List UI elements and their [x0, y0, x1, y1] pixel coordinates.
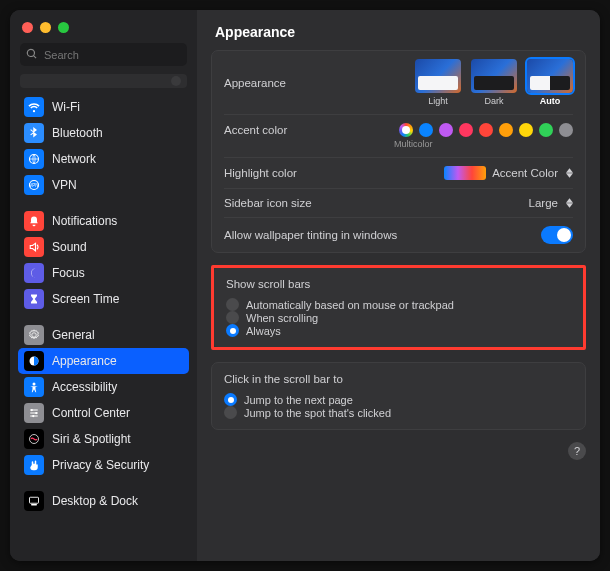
- sidebar-item-screen-time[interactable]: Screen Time: [18, 286, 189, 312]
- sidebar-item-partial[interactable]: [20, 74, 187, 88]
- highlight-select[interactable]: Accent Color: [444, 166, 573, 180]
- accent-label: Accent color: [224, 124, 287, 136]
- wifi-icon: [24, 97, 44, 117]
- radio-label: Automatically based on mouse or trackpad: [246, 299, 454, 311]
- accent-multicolor[interactable]: [399, 123, 413, 137]
- hourglass-icon: [24, 289, 44, 309]
- sidebar-item-label: Desktop & Dock: [52, 494, 138, 508]
- content-scroll[interactable]: Appearance LightDarkAuto Accent color Mu…: [197, 50, 600, 561]
- svg-rect-9: [30, 497, 39, 503]
- appearance-thumb: [415, 59, 461, 93]
- close-button[interactable]: [22, 22, 33, 33]
- radio-icon: [226, 324, 239, 337]
- row-highlight: Highlight color Accent Color: [224, 158, 573, 189]
- highlight-label: Highlight color: [224, 167, 297, 179]
- search-wrap: [20, 43, 187, 66]
- sidebar-item-vpn[interactable]: VPNVPN: [18, 172, 189, 198]
- sidebar-item-notifications[interactable]: Notifications: [18, 208, 189, 234]
- tinting-toggle[interactable]: [541, 226, 573, 244]
- sidebar-item-label: Siri & Spotlight: [52, 432, 131, 446]
- gear-icon: [24, 325, 44, 345]
- vpn-icon: VPN: [24, 175, 44, 195]
- sidebar-item-label: VPN: [52, 178, 77, 192]
- sidebar-item-bluetooth[interactable]: Bluetooth: [18, 120, 189, 146]
- svg-point-4: [33, 383, 36, 386]
- appearance-option-auto[interactable]: Auto: [527, 59, 573, 106]
- appearance-thumb: [527, 59, 573, 93]
- stepper-icon: [566, 198, 573, 208]
- accent-blue[interactable]: [419, 123, 433, 137]
- accent-pink[interactable]: [459, 123, 473, 137]
- radio-label: When scrolling: [246, 312, 318, 324]
- sidebar-item-label: Wi-Fi: [52, 100, 80, 114]
- sidebar-list[interactable]: Wi-FiBluetoothNetworkVPNVPNNotifications…: [10, 72, 197, 561]
- scrollclick-option[interactable]: Jump to the next page: [224, 393, 573, 406]
- scrollbars-option[interactable]: Always: [226, 324, 571, 337]
- sidebar-item-general[interactable]: General: [18, 322, 189, 348]
- moon-icon: [24, 263, 44, 283]
- appearance-thumb: [471, 59, 517, 93]
- radio-icon: [226, 298, 239, 311]
- svg-rect-10: [31, 504, 37, 506]
- stepper-icon: [566, 168, 573, 178]
- sidebar-item-siri-spotlight[interactable]: Siri & Spotlight: [18, 426, 189, 452]
- appearance-panel: Appearance LightDarkAuto Accent color Mu…: [211, 50, 586, 253]
- sidebar-item-label: Accessibility: [52, 380, 117, 394]
- sidebar-item-wi-fi[interactable]: Wi-Fi: [18, 94, 189, 120]
- settings-window: Wi-FiBluetoothNetworkVPNVPNNotifications…: [10, 10, 600, 561]
- sidebar-item-label: Privacy & Security: [52, 458, 149, 472]
- appearance-option-dark[interactable]: Dark: [471, 59, 517, 106]
- scrollbars-label: Show scroll bars: [226, 278, 571, 290]
- sidebar-item-label: Screen Time: [52, 292, 119, 306]
- help-row: ?: [211, 442, 586, 460]
- sidebar-item-desktop-dock[interactable]: Desktop & Dock: [18, 488, 189, 514]
- bell-icon: [24, 211, 44, 231]
- siri-icon: [24, 429, 44, 449]
- sidebar-item-label: Bluetooth: [52, 126, 103, 140]
- scrollbars-group: Show scroll bars Automatically based on …: [226, 268, 571, 347]
- sidebar-item-sound[interactable]: Sound: [18, 234, 189, 260]
- appearance-option-light[interactable]: Light: [415, 59, 461, 106]
- scrollclick-option[interactable]: Jump to the spot that's clicked: [224, 406, 573, 419]
- access-icon: [24, 377, 44, 397]
- accent-red[interactable]: [479, 123, 493, 137]
- sidebar-item-accessibility[interactable]: Accessibility: [18, 374, 189, 400]
- svg-text:VPN: VPN: [29, 183, 38, 188]
- sidebar-item-appearance[interactable]: Appearance: [18, 348, 189, 374]
- scrollbars-option[interactable]: Automatically based on mouse or trackpad: [226, 298, 571, 311]
- sidebar-item-label: Notifications: [52, 214, 117, 228]
- help-button[interactable]: ?: [568, 442, 586, 460]
- sidebar-item-network[interactable]: Network: [18, 146, 189, 172]
- sidebar-item-label: Focus: [52, 266, 85, 280]
- minimize-button[interactable]: [40, 22, 51, 33]
- maximize-button[interactable]: [58, 22, 69, 33]
- accent-graphite[interactable]: [559, 123, 573, 137]
- accent-purple[interactable]: [439, 123, 453, 137]
- row-appearance: Appearance LightDarkAuto: [224, 51, 573, 115]
- appearance-label: Appearance: [224, 77, 286, 89]
- accent-orange[interactable]: [499, 123, 513, 137]
- multicolor-label: Multicolor: [224, 139, 433, 149]
- scrollclick-panel: Click in the scroll bar to Jump to the n…: [211, 362, 586, 430]
- dock-icon: [24, 491, 44, 511]
- highlight-value: Accent Color: [492, 167, 558, 179]
- sidebar-item-focus[interactable]: Focus: [18, 260, 189, 286]
- search-input[interactable]: [20, 43, 187, 66]
- sliders-icon: [24, 403, 44, 423]
- sidebar-item-control-center[interactable]: Control Center: [18, 400, 189, 426]
- sidebar-item-label: Network: [52, 152, 96, 166]
- sidebar-item-label: Control Center: [52, 406, 130, 420]
- sidebar-size-select[interactable]: Large: [529, 197, 573, 209]
- radio-icon: [224, 406, 237, 419]
- svg-point-5: [31, 409, 33, 411]
- accent-yellow[interactable]: [519, 123, 533, 137]
- scrollbars-option[interactable]: When scrolling: [226, 311, 571, 324]
- radio-label: Jump to the next page: [244, 394, 353, 406]
- radio-label: Jump to the spot that's clicked: [244, 407, 391, 419]
- accent-green[interactable]: [539, 123, 553, 137]
- sidebar-item-label: Appearance: [52, 354, 117, 368]
- search-icon: [26, 48, 38, 60]
- svg-point-7: [32, 415, 34, 417]
- sidebar-item-privacy-security[interactable]: Privacy & Security: [18, 452, 189, 478]
- appearance-option-label: Light: [428, 96, 448, 106]
